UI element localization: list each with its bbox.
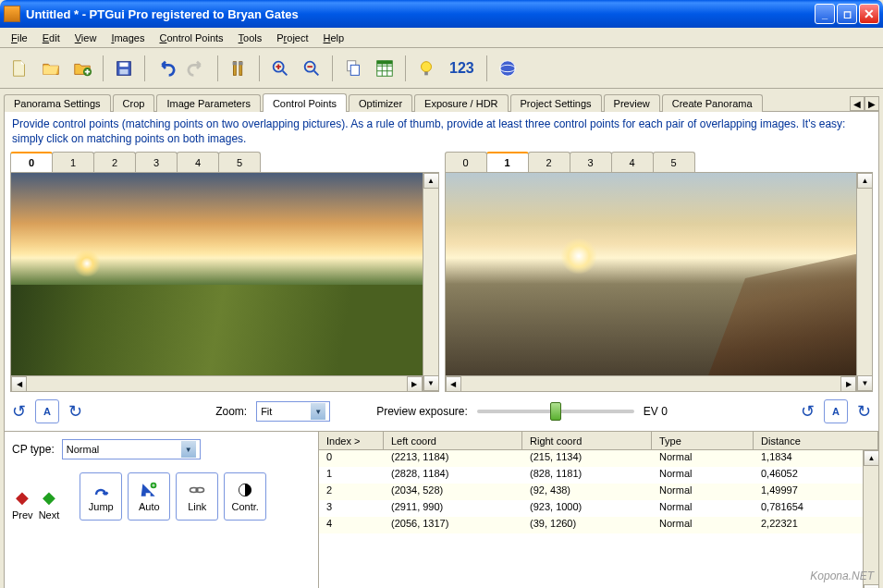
prev-button[interactable]: ◆Prev xyxy=(12,487,33,521)
left-img-tab-5[interactable]: 5 xyxy=(218,152,261,172)
tab-preview[interactable]: Preview xyxy=(604,94,660,112)
menu-view[interactable]: View xyxy=(67,31,104,45)
right-image[interactable] xyxy=(446,173,857,375)
tab-panorama-settings[interactable]: Panorama Settings xyxy=(4,94,111,112)
table-row[interactable]: 1(2828, 1184)(828, 1181)Normal0,46052 xyxy=(319,467,878,484)
titlebar: Untitled * - PTGui Pro registered to Bry… xyxy=(0,0,883,28)
right-img-tab-5[interactable]: 5 xyxy=(653,152,695,172)
th-right[interactable]: Right coord xyxy=(522,432,652,449)
grid-icon[interactable] xyxy=(371,55,399,82)
table-row[interactable]: 3(2911, 990)(923, 1000)Normal0,781654 xyxy=(319,500,878,517)
right-img-tab-1[interactable]: 1 xyxy=(486,152,529,172)
contrast-button[interactable]: Contr. xyxy=(224,472,266,521)
help-icon[interactable] xyxy=(494,55,521,82)
th-distance[interactable]: Distance xyxy=(754,432,878,449)
menu-images[interactable]: Images xyxy=(104,31,152,45)
menu-tools[interactable]: Tools xyxy=(231,31,270,45)
table-row[interactable]: 2(2034, 528)(92, 438)Normal1,49997 xyxy=(319,484,878,500)
th-index[interactable]: Index > xyxy=(319,432,384,449)
auto-button[interactable]: Auto xyxy=(128,472,170,521)
right-v-scrollbar[interactable]: ▲▼ xyxy=(856,173,872,391)
right-auto-a-button[interactable]: A xyxy=(824,399,848,423)
svg-rect-2 xyxy=(119,62,128,67)
zoom-in-icon[interactable] xyxy=(266,55,294,82)
tabstrip: Panorama Settings Crop Image Parameters … xyxy=(0,89,883,111)
app-icon xyxy=(4,6,20,22)
cp-type-select[interactable]: Normal▼ xyxy=(62,439,201,459)
left-v-scrollbar[interactable]: ▲▼ xyxy=(423,173,438,391)
svg-point-14 xyxy=(422,61,432,71)
left-pane: 0 1 2 3 4 5 ◀▶ ▲▼ xyxy=(10,152,439,392)
table-v-scrollbar[interactable]: ▲▼ xyxy=(863,450,878,588)
zoom-select[interactable]: Fit▼ xyxy=(256,401,330,422)
right-img-tab-3[interactable]: 3 xyxy=(570,152,612,172)
next-button[interactable]: ◆Next xyxy=(39,487,60,521)
tab-image-parameters[interactable]: Image Parameters xyxy=(156,94,260,112)
menubar: File Edit View Images Control Points Too… xyxy=(0,28,883,48)
menu-control-points[interactable]: Control Points xyxy=(152,31,230,45)
menu-help[interactable]: Help xyxy=(316,31,352,45)
table-row[interactable]: 0(2213, 1184)(215, 1134)Normal1,1834 xyxy=(319,450,878,467)
redo-icon[interactable] xyxy=(183,55,211,82)
table-row[interactable]: 4(2056, 1317)(39, 1260)Normal2,22321 xyxy=(319,517,878,533)
tools-icon[interactable] xyxy=(225,55,252,82)
tab-control-points[interactable]: Control Points xyxy=(263,93,347,112)
menu-file[interactable]: File xyxy=(4,31,35,45)
svg-rect-3 xyxy=(119,68,128,74)
bulb-icon[interactable] xyxy=(412,55,440,82)
minimize-button[interactable]: _ xyxy=(815,4,835,24)
left-rotate-ccw-icon[interactable]: ↺ xyxy=(12,401,26,422)
right-rotate-cw-icon[interactable]: ↻ xyxy=(857,401,871,422)
tab-exposure-hdr[interactable]: Exposure / HDR xyxy=(414,94,508,112)
right-img-tab-0[interactable]: 0 xyxy=(445,152,487,172)
open-icon[interactable] xyxy=(37,55,65,82)
undo-icon[interactable] xyxy=(152,55,179,82)
preview-exposure-label: Preview exposure: xyxy=(376,405,468,418)
tab-optimizer[interactable]: Optimizer xyxy=(349,94,412,112)
link-button[interactable]: Link xyxy=(176,472,218,521)
new-project-icon[interactable] xyxy=(6,55,33,82)
left-rotate-cw-icon[interactable]: ↻ xyxy=(68,401,82,422)
right-h-scrollbar[interactable]: ◀▶ xyxy=(446,375,857,391)
right-img-tab-2[interactable]: 2 xyxy=(528,152,570,172)
close-button[interactable]: ✕ xyxy=(859,4,879,24)
toolbar: 123 xyxy=(0,48,883,89)
save-icon[interactable] xyxy=(68,55,96,82)
left-img-tab-1[interactable]: 1 xyxy=(52,152,94,172)
cp-type-label: CP type: xyxy=(12,443,55,456)
left-image[interactable] xyxy=(11,173,423,375)
right-pane: 0 1 2 3 4 5 ◀▶ ▲▼ xyxy=(445,152,874,392)
exposure-slider[interactable] xyxy=(477,410,634,413)
right-rotate-ccw-icon[interactable]: ↺ xyxy=(801,401,815,422)
toolbar-number[interactable]: 123 xyxy=(444,60,480,77)
svg-rect-11 xyxy=(350,65,359,75)
copy-icon[interactable] xyxy=(339,55,367,82)
svg-rect-7 xyxy=(239,61,243,65)
instruction-text: Provide control points (matching points … xyxy=(5,112,878,152)
left-img-tab-2[interactable]: 2 xyxy=(93,152,136,172)
th-left[interactable]: Left coord xyxy=(384,432,522,449)
left-auto-a-button[interactable]: A xyxy=(35,399,59,423)
cp-controls: CP type: Normal▼ ◆Prev ◆Next Jump Auto L… xyxy=(5,432,319,588)
left-h-scrollbar[interactable]: ◀▶ xyxy=(11,375,423,391)
zoom-out-icon[interactable] xyxy=(298,55,325,82)
svg-rect-15 xyxy=(424,71,428,75)
tab-crop[interactable]: Crop xyxy=(113,94,155,112)
save-project-icon[interactable] xyxy=(110,55,138,82)
right-img-tab-4[interactable]: 4 xyxy=(611,152,654,172)
tab-project-settings[interactable]: Project Settings xyxy=(510,94,602,112)
tab-scroll-left[interactable]: ◀ xyxy=(850,96,865,111)
content: Provide control points (matching points … xyxy=(4,111,879,588)
tab-scroll-right[interactable]: ▶ xyxy=(865,96,879,111)
svg-rect-6 xyxy=(233,61,238,65)
jump-button[interactable]: Jump xyxy=(80,472,122,521)
ev-label: EV 0 xyxy=(644,405,668,418)
left-img-tab-0[interactable]: 0 xyxy=(10,152,53,172)
maximize-button[interactable]: ◻ xyxy=(837,4,857,24)
tab-create-panorama[interactable]: Create Panorama xyxy=(662,94,763,112)
left-img-tab-4[interactable]: 4 xyxy=(177,152,219,172)
th-type[interactable]: Type xyxy=(652,432,754,449)
menu-edit[interactable]: Edit xyxy=(35,31,67,45)
menu-project[interactable]: Project xyxy=(269,31,315,45)
left-img-tab-3[interactable]: 3 xyxy=(135,152,178,172)
